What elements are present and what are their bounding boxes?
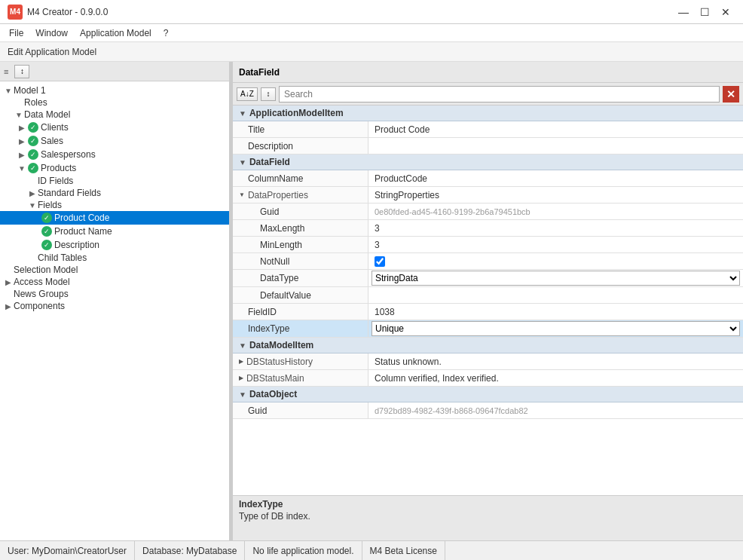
toggle-sales[interactable]: ▶ [17,137,27,145]
left-panel-toolbar: ≡ ↕ [0,62,229,81]
prop-expand-dbstatushistory[interactable]: ▶ DBStatusHistory [233,353,368,369]
tree-node-salespersons[interactable]: ▶ ✓ Salespersons [0,148,229,161]
prop-row-dataproperties: ▼ DataProperties StringProperties [233,187,743,203]
prop-value-columnname[interactable]: ProductCode [368,170,743,186]
tree-node-clients[interactable]: ▶ ✓ Clients [0,121,229,134]
tree-node-products[interactable]: ▼ ✓ Products [0,161,229,175]
expand-tri-dp: ▼ [239,191,245,198]
check-icon-productname: ✓ [41,225,53,237]
tree-node-idfields[interactable]: ID Fields [0,175,229,187]
check-icon-sales: ✓ [27,135,39,147]
prop-row-guid2: Guid d792bd89-4982-439f-b868-09647fcdab8… [233,402,743,419]
minimize-button[interactable]: — [674,5,693,20]
right-panel: DataField A↓Z ↕ ✕ ▼ ApplicationModelItem… [233,62,743,540]
expand-arrow-do: ▼ [239,390,246,399]
tree-node-selectionmodel[interactable]: Selection Model [0,264,229,276]
status-user: User: MyDomain\CreatorUser [0,541,135,560]
node-label-selectionmodel: Selection Model [14,265,78,275]
tree-node-productcode[interactable]: ✓ Product Code [0,211,229,225]
prop-label-dbstatusmain: DBStatusMain [246,373,304,384]
prop-value-indextype[interactable]: Unique None Index [368,320,743,337]
prop-value-maxlength[interactable]: 3 [368,220,743,236]
tree-node-accessmodel[interactable]: ▶ Access Model [0,276,229,288]
sort-az-button[interactable]: A↓Z [237,87,258,101]
sort-button[interactable]: ↕ [261,87,276,101]
tree-node-roles[interactable]: Roles [0,96,229,109]
prop-row-minlength: MinLength 3 [233,237,743,253]
left-panel: ≡ ↕ ▼ Model 1 Roles ▼ Data Model [0,62,230,540]
indextype-select[interactable]: Unique None Index [372,321,740,336]
prop-expand-dbstatusmain[interactable]: ▶ DBStatusMain [233,370,368,386]
tree-node-newsgroups[interactable]: News Groups [0,288,229,300]
tree-node-standardfields[interactable]: ▶ Standard Fields [0,187,229,199]
status-database: Database: MyDatabase [135,541,245,560]
menu-window[interactable]: Window [29,26,74,40]
prop-value-desc[interactable] [368,138,743,154]
toggle-accessmodel[interactable]: ▶ [3,278,14,286]
prop-value-minlength[interactable]: 3 [368,237,743,252]
node-label-productcode: Product Code [54,213,109,223]
prop-value-notnull[interactable] [368,253,743,269]
section-label-dmi: DataModelItem [249,340,313,350]
title-bar-left: M4 M4 Creator - 0.9.0.0 [8,5,108,20]
section-datamodelitem[interactable]: ▼ DataModelItem [233,338,743,353]
prop-label-dataproperties: DataProperties [248,190,308,200]
section-datafield[interactable]: ▼ DataField [233,155,743,170]
status-bar: User: MyDomain\CreatorUser Database: MyD… [0,540,743,560]
expand-tri-dsm: ▶ [239,375,243,381]
menu-help[interactable]: ? [157,26,175,40]
app-title: M4 Creator - 0.9.0.0 [27,7,108,17]
prop-row-guid: Guid 0e80fded-ad45-4160-9199-2b6a79451bc… [233,203,743,220]
prop-row-columnname: ColumnName ProductCode [233,170,743,187]
toggle-standardfields[interactable]: ▶ [27,189,38,197]
tree-node-components[interactable]: ▶ Components [0,300,229,312]
toggle-components[interactable]: ▶ [3,302,14,311]
search-clear-button[interactable]: ✕ [723,86,739,103]
menu-file[interactable]: File [3,26,29,40]
maximize-button[interactable]: ☐ [695,5,714,20]
tree-node-datamodel[interactable]: ▼ Data Model [0,109,229,121]
tree-node-productname[interactable]: ✓ Product Name [0,225,229,238]
datatype-select[interactable]: StringData IntData FloatData [372,271,740,286]
section-applicationmodelitem[interactable]: ▼ ApplicationModelItem [233,106,743,121]
prop-value-title[interactable]: Product Code [368,121,743,137]
tree-node-description[interactable]: ✓ Description [0,238,229,252]
section-dataobject[interactable]: ▼ DataObject [233,387,743,402]
prop-value-defaultvalue[interactable] [368,287,743,303]
toggle-clients[interactable]: ▶ [17,124,27,132]
prop-label-columnname: ColumnName [233,170,368,186]
node-label-roles: Roles [24,97,47,108]
node-label-clients: Clients [41,122,69,133]
close-button[interactable]: ✕ [716,5,735,20]
node-label-datamodel: Data Model [24,109,70,120]
toggle-products[interactable]: ▼ [17,164,27,173]
prop-expand-dataproperties[interactable]: ▼ DataProperties [233,187,368,203]
prop-value-datatype[interactable]: StringData IntData FloatData [368,270,743,286]
prop-value-fieldid: 1038 [368,304,743,320]
edit-application-model-bar: Edit Application Model [0,42,743,62]
toolbar-btn-1[interactable]: ↕ [14,65,29,78]
tree-node-model1[interactable]: ▼ Model 1 [0,84,229,96]
search-input[interactable] [279,86,720,103]
right-panel-title: DataField [239,67,280,78]
toggle-salespersons[interactable]: ▶ [17,151,27,159]
toggle-model1[interactable]: ▼ [3,87,14,95]
prop-row-defaultvalue: DefaultValue [233,287,743,304]
section-label-df: DataField [249,157,290,167]
property-grid: ▼ ApplicationModelItem Title Product Cod… [233,106,743,495]
tree-node-sales[interactable]: ▶ ✓ Sales [0,134,229,148]
expand-arrow-ami: ▼ [239,109,246,118]
notnull-checkbox[interactable] [375,256,385,267]
toggle-fields[interactable]: ▼ [27,201,38,210]
expand-arrow-dmi: ▼ [239,341,246,350]
expand-tri-dsh: ▶ [239,358,243,365]
toggle-datamodel[interactable]: ▼ [14,111,24,119]
check-icon-products: ✓ [27,162,39,174]
prop-value-guid: 0e80fded-ad45-4160-9199-2b6a79451bcb [368,203,743,219]
tree-node-childtables[interactable]: Child Tables [0,252,229,264]
menu-application-model[interactable]: Application Model [74,26,157,40]
prop-row-desc: Description [233,138,743,155]
prop-label-indextype: IndexType [233,320,368,337]
menu-bar: File Window Application Model ? [0,24,743,42]
tree-node-fields[interactable]: ▼ Fields [0,199,229,211]
